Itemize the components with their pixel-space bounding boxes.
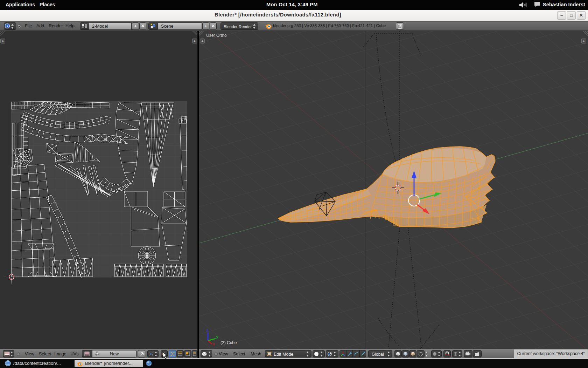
svg-text:i: i [7, 24, 8, 28]
svg-text:z: z [206, 328, 208, 332]
svg-text:y: y [216, 335, 218, 339]
svg-text:x: x [213, 342, 215, 346]
